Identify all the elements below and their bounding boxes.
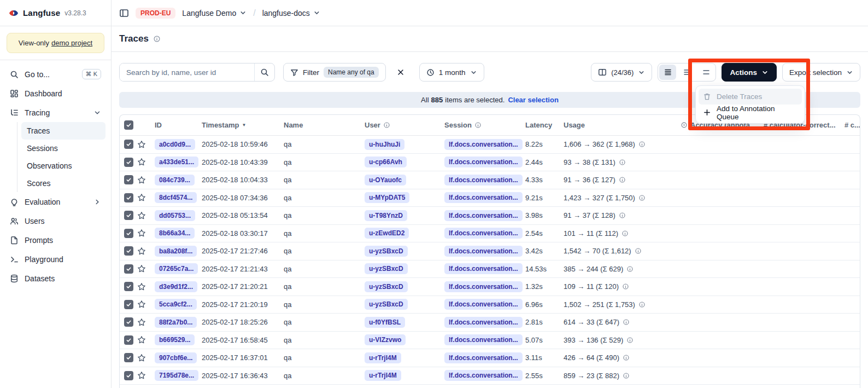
row-checkbox[interactable]: [124, 158, 133, 167]
trace-id-badge[interactable]: 5cca9cf2...: [155, 299, 197, 310]
sidebar-item-traces[interactable]: Traces: [21, 122, 105, 140]
session-badge[interactable]: lf.docs.conversation...: [444, 157, 523, 167]
table-row[interactable]: b669529... 2025-02-17 16:58:45 qa u-VIZz…: [120, 332, 860, 350]
menu-item-add-to-annotation-queue[interactable]: Add to Annotation Queue: [699, 105, 802, 120]
user-badge[interactable]: u-f0YfBSL: [365, 317, 405, 328]
sidebar-item-sessions[interactable]: Sessions: [21, 140, 105, 157]
trace-id-badge[interactable]: a433de51...: [155, 157, 198, 167]
table-row[interactable]: 8dcf4574... 2025-02-18 07:34:36 qa u-MYp…: [120, 189, 860, 207]
trace-id-badge[interactable]: b669529...: [155, 334, 195, 345]
user-badge[interactable]: u-MYpDAT5: [365, 192, 409, 203]
menu-item-delete-traces[interactable]: Delete Traces: [699, 89, 802, 105]
sidebar-item-evaluation[interactable]: Evaluation: [5, 192, 105, 211]
user-badge[interactable]: u-rTrjI4M: [365, 352, 401, 363]
col-header-user[interactable]: User: [361, 121, 441, 129]
star-icon[interactable]: [137, 264, 146, 273]
row-checkbox[interactable]: [124, 371, 133, 380]
row-height-small-button[interactable]: [659, 65, 676, 80]
user-badge[interactable]: u-yzSBxcD: [365, 263, 408, 274]
sidebar-item-users[interactable]: Users: [5, 211, 105, 230]
row-checkbox[interactable]: [124, 175, 133, 184]
session-badge[interactable]: lf.docs.conversation...: [444, 299, 523, 310]
col-header-usage[interactable]: Usage: [561, 121, 678, 129]
breadcrumb-org[interactable]: Langfuse Demo: [182, 9, 247, 18]
star-icon[interactable]: [137, 176, 146, 184]
session-badge[interactable]: lf.docs.conversation...: [444, 192, 523, 203]
session-badge[interactable]: lf.docs.conversation...: [444, 228, 523, 239]
session-badge[interactable]: lf.docs.conversation...: [444, 370, 523, 381]
trace-id-badge[interactable]: 7195d78e...: [155, 370, 198, 381]
time-range-button[interactable]: 1 month: [419, 63, 484, 82]
user-badge[interactable]: u-yzSBxcD: [365, 281, 408, 292]
table-row[interactable]: 07265c7a... 2025-02-17 21:21:43 qa u-yzS…: [120, 260, 860, 279]
star-icon[interactable]: [137, 300, 146, 309]
sidebar-item-playground[interactable]: Playground: [5, 250, 105, 269]
row-checkbox[interactable]: [124, 140, 133, 149]
star-icon[interactable]: [137, 158, 146, 166]
panel-left-icon[interactable]: [119, 8, 129, 18]
star-icon[interactable]: [137, 247, 146, 256]
col-header-name[interactable]: Name: [281, 121, 361, 129]
star-icon[interactable]: [137, 318, 146, 327]
table-row[interactable]: 5cca9cf2... 2025-02-17 21:20:19 qa u-yzS…: [120, 296, 860, 314]
trace-id-badge[interactable]: dd05753...: [155, 210, 195, 221]
sidebar-item-prompts[interactable]: Prompts: [5, 230, 105, 250]
table-row[interactable]: 8b66a34... 2025-02-18 03:30:17 qa u-zEwd…: [120, 225, 860, 243]
row-checkbox[interactable]: [124, 282, 133, 291]
table-row[interactable]: d3e9d1f2... 2025-02-17 21:20:21 qa u-yzS…: [120, 278, 860, 296]
session-badge[interactable]: lf.docs.conversation...: [444, 139, 523, 150]
user-badge[interactable]: u-cp66Avh: [365, 157, 407, 167]
table-row[interactable]: 084c739... 2025-02-18 10:04:33 qa u-OYau…: [120, 171, 860, 189]
row-checkbox[interactable]: [124, 300, 133, 309]
row-checkbox[interactable]: [124, 264, 133, 274]
star-icon[interactable]: [137, 354, 146, 362]
row-checkbox[interactable]: [124, 211, 133, 220]
star-icon[interactable]: [137, 282, 146, 291]
star-icon[interactable]: [137, 140, 146, 149]
select-all-checkbox[interactable]: [124, 120, 133, 130]
export-selection-button[interactable]: Export selection: [782, 63, 860, 82]
columns-button[interactable]: (24/36): [591, 63, 652, 82]
col-header-latency[interactable]: Latency: [523, 121, 561, 129]
session-badge[interactable]: lf.docs.conversation...: [444, 175, 523, 186]
clear-selection-link[interactable]: Clear selection: [508, 96, 559, 104]
user-badge[interactable]: u-OYauofc: [365, 175, 406, 186]
table-row[interactable]: 7195d78e... 2025-02-17 16:36:43 qa u-rTr…: [120, 367, 860, 385]
sidebar-item-dashboard[interactable]: Dashboard: [5, 84, 105, 103]
col-header-session[interactable]: Session: [441, 121, 523, 129]
star-icon[interactable]: [137, 335, 146, 344]
star-icon[interactable]: [137, 371, 146, 380]
table-row[interactable]: 88f2a7b0... 2025-02-17 18:25:26 qa u-f0Y…: [120, 314, 860, 332]
session-badge[interactable]: lf.docs.conversation...: [444, 210, 523, 221]
sidebar-item-goto[interactable]: Go to... ⌘ K: [5, 65, 105, 84]
user-badge[interactable]: u-T98YnzD: [365, 210, 407, 221]
trace-id-badge[interactable]: 907cbf6e...: [155, 352, 197, 363]
trace-id-badge[interactable]: ba8a208f...: [155, 246, 197, 257]
row-checkbox[interactable]: [124, 193, 133, 202]
breadcrumb-project[interactable]: langfuse-docs: [262, 9, 320, 18]
sidebar-item-observations[interactable]: Observations: [21, 157, 105, 175]
row-height-medium-button[interactable]: [677, 63, 696, 81]
search-icon[interactable]: [254, 63, 274, 81]
row-checkbox[interactable]: [124, 246, 133, 256]
user-badge[interactable]: u-yzSBxcD: [365, 299, 408, 310]
actions-button[interactable]: Actions: [722, 63, 777, 82]
row-checkbox[interactable]: [124, 335, 133, 345]
session-badge[interactable]: lf.docs.conversation...: [444, 334, 523, 345]
trace-id-badge[interactable]: 8b66a34...: [155, 228, 195, 239]
session-badge[interactable]: lf.docs.conversation...: [444, 317, 523, 328]
user-badge[interactable]: u-zEwdED2: [365, 228, 409, 239]
session-badge[interactable]: lf.docs.conversation...: [444, 263, 523, 274]
trace-id-badge[interactable]: d3e9d1f2...: [155, 281, 197, 292]
row-height-large-button[interactable]: [696, 63, 715, 81]
star-icon[interactable]: [137, 229, 146, 238]
trace-id-badge[interactable]: 88f2a7b0...: [155, 317, 197, 328]
row-checkbox[interactable]: [124, 317, 133, 327]
row-checkbox[interactable]: [124, 353, 133, 362]
star-icon[interactable]: [137, 211, 146, 220]
demo-project-link[interactable]: demo project: [51, 39, 92, 47]
sidebar-item-datasets[interactable]: Datasets: [5, 269, 105, 288]
session-badge[interactable]: lf.docs.conversation...: [444, 352, 523, 363]
search-input[interactable]: [120, 63, 254, 81]
table-row[interactable]: ba8a208f... 2025-02-17 21:27:46 qa u-yzS…: [120, 242, 860, 260]
